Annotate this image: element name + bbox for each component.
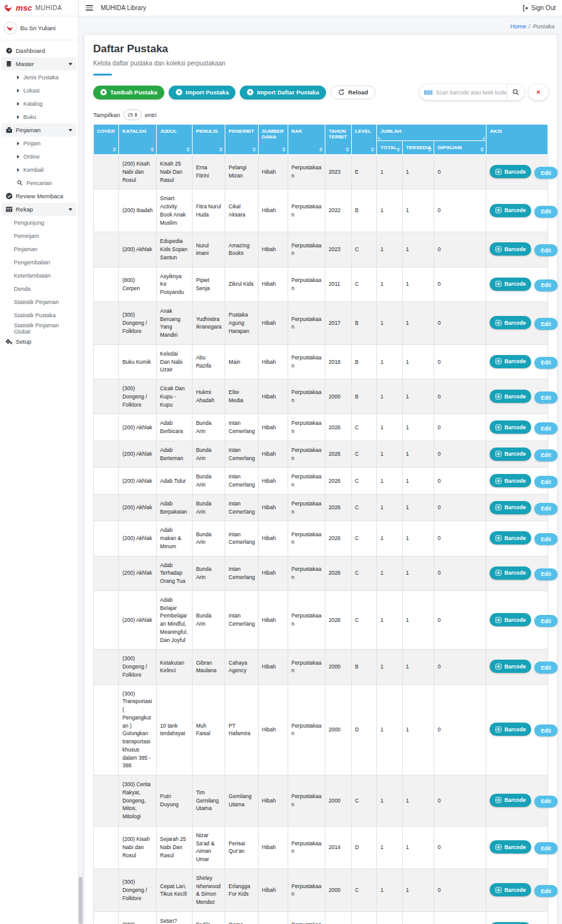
barcode-button[interactable]: Barcode: [490, 660, 531, 673]
entries-select[interactable]: 25: [123, 110, 142, 120]
breadcrumb-home-link[interactable]: Home: [510, 23, 526, 30]
sort-icon[interactable]: [150, 147, 154, 152]
import-pustaka-button[interactable]: Import Pustaka: [169, 86, 236, 99]
barcode-button[interactable]: Barcode: [490, 204, 531, 217]
edit-button[interactable]: Edit: [534, 244, 557, 256]
edit-button[interactable]: Edit: [534, 476, 557, 488]
sort-icon[interactable]: [371, 147, 374, 152]
barcode-button[interactable]: Barcode: [490, 840, 531, 854]
edit-button[interactable]: Edit: [534, 615, 557, 627]
sidebar-item-review-membaca[interactable]: Review Membaca: [1, 189, 77, 203]
sidebar-subitem-online[interactable]: Online: [1, 150, 77, 163]
column-header-katalog[interactable]: KATALOG: [119, 125, 157, 155]
sidebar-subitem-denda[interactable]: Denda: [1, 282, 77, 295]
edit-button[interactable]: Edit: [534, 842, 557, 854]
sidebar-subitem-katalog[interactable]: Katalog: [1, 97, 77, 110]
edit-button[interactable]: Edit: [534, 279, 557, 291]
sidebar-subitem-kembali[interactable]: Kembali: [1, 163, 77, 176]
hamburger-icon[interactable]: [86, 5, 93, 11]
barcode-button[interactable]: Barcode: [490, 316, 531, 329]
sort-icon[interactable]: [346, 147, 349, 152]
edit-button[interactable]: Edit: [534, 533, 557, 545]
search-button[interactable]: [507, 84, 524, 100]
edit-button[interactable]: Edit: [534, 503, 557, 515]
tambah-pustaka-button[interactable]: Tambah Pustaka: [93, 86, 164, 99]
column-header-sumber_dana[interactable]: SUMBER DANA: [259, 125, 288, 155]
sidebar-item-dashboard[interactable]: Dashboard: [1, 44, 77, 57]
sidebar-subitem-pinjaman[interactable]: Pinjaman: [1, 242, 77, 256]
edit-button[interactable]: Edit: [534, 167, 557, 179]
sidebar-item-master[interactable]: Master: [1, 57, 77, 70]
barcode-button[interactable]: Barcode: [490, 355, 531, 368]
barcode-button[interactable]: Barcode: [490, 420, 531, 434]
sidebar-subitem-pengembalian[interactable]: Pengembalian: [1, 256, 77, 269]
sort-icon[interactable]: [282, 147, 286, 152]
sidebar-subitem-keterlambatan[interactable]: Keterlambatan: [1, 269, 77, 282]
barcode-button[interactable]: Barcode: [490, 613, 531, 626]
edit-button[interactable]: Edit: [534, 392, 557, 403]
cell-penulis: Abu Razifa: [193, 344, 225, 379]
sort-icon[interactable]: [186, 147, 190, 152]
column-header-penulis[interactable]: PENULIS: [193, 125, 225, 155]
sidebar-item-rekap[interactable]: Rekap: [1, 203, 77, 216]
edit-button[interactable]: Edit: [534, 422, 557, 434]
barcode-button[interactable]: Barcode: [490, 501, 531, 514]
sidebar-subitem-pengunjung[interactable]: Pengunjung: [1, 216, 77, 229]
sidebar-subitem-buku[interactable]: Buku: [1, 110, 77, 123]
sidebar-subitem-statistik-pinjaman-global[interactable]: Statistik Pinjaman Global: [1, 322, 77, 335]
brand[interactable]: msc MUHIDA: [0, 0, 78, 16]
barcode-button[interactable]: Barcode: [490, 794, 531, 807]
barcode-search-input[interactable]: [436, 89, 507, 96]
barcode-button[interactable]: Barcode: [490, 883, 531, 896]
column-header-tersedia[interactable]: TERSEDIA: [402, 141, 434, 155]
barcode-button[interactable]: Barcode: [490, 723, 531, 736]
sidebar-subitem-lokasi[interactable]: Lokasi: [1, 84, 77, 97]
sidebar-subitem-statistik-pustaka[interactable]: Statistik Pustaka: [1, 308, 77, 322]
sidebar-subitem-jenis-pustaka[interactable]: Jenis Pustaka: [1, 70, 77, 84]
sort-icon[interactable]: [480, 147, 484, 152]
sidebar-item-setup[interactable]: Setup: [1, 335, 77, 348]
edit-button[interactable]: Edit: [534, 796, 557, 808]
reload-button[interactable]: Reload: [330, 86, 376, 99]
navbar-library-link[interactable]: MUHIDA Library: [101, 4, 146, 11]
sort-icon[interactable]: [319, 147, 323, 152]
edit-button[interactable]: Edit: [534, 357, 557, 369]
clear-search-button[interactable]: ×: [529, 84, 548, 100]
sign-out-button[interactable]: Sign Out: [522, 4, 556, 11]
sidebar-subitem-statistik-pinjaman[interactable]: Statistik Pinjaman: [1, 295, 77, 308]
barcode-button[interactable]: Barcode: [490, 474, 531, 487]
column-header-judul[interactable]: JUDUL: [157, 125, 193, 155]
sort-icon[interactable]: [219, 147, 223, 152]
import-daftar-pustaka-button[interactable]: Import Daftar Pustaka: [240, 86, 326, 99]
column-header-penerbit[interactable]: PENERBIT: [225, 125, 259, 155]
edit-button[interactable]: Edit: [534, 885, 557, 897]
barcode-button[interactable]: Barcode: [490, 390, 531, 403]
barcode-button[interactable]: Barcode: [490, 566, 531, 580]
edit-button[interactable]: Edit: [534, 724, 557, 736]
column-header-cover[interactable]: COVER: [94, 125, 119, 155]
sort-icon[interactable]: [113, 147, 116, 152]
column-header-total[interactable]: TOTAL: [377, 141, 402, 155]
column-header-tahun[interactable]: TAHUN TERBIT: [325, 125, 352, 155]
barcode-button[interactable]: Barcode: [490, 165, 531, 178]
edit-button[interactable]: Edit: [534, 568, 557, 580]
edit-button[interactable]: Edit: [534, 662, 557, 673]
edit-button[interactable]: Edit: [534, 449, 557, 461]
barcode-button[interactable]: Barcode: [490, 278, 531, 291]
edit-button[interactable]: Edit: [534, 206, 557, 218]
barcode-button[interactable]: Barcode: [490, 531, 531, 544]
sort-icon[interactable]: [396, 147, 400, 152]
sidebar-scrollbar[interactable]: [79, 877, 82, 924]
column-header-dipinjam[interactable]: DIPINJAM: [434, 141, 486, 155]
sort-icon[interactable]: [252, 147, 256, 152]
barcode-button[interactable]: Barcode: [490, 448, 531, 461]
sidebar-subitem-pinjam[interactable]: Pinjam: [1, 137, 77, 150]
column-header-rak[interactable]: RAK: [288, 125, 325, 155]
sidebar-subitem-pencarian[interactable]: Pencarian: [1, 176, 77, 189]
sidebar-item-pinjaman[interactable]: Pinjaman: [1, 123, 77, 137]
column-header-level[interactable]: LEVEL: [352, 125, 377, 155]
sidebar-subitem-peminjam[interactable]: Peminjam: [1, 229, 77, 242]
sort-icon[interactable]: [428, 147, 432, 152]
edit-button[interactable]: Edit: [534, 318, 557, 330]
barcode-button[interactable]: Barcode: [490, 242, 531, 256]
